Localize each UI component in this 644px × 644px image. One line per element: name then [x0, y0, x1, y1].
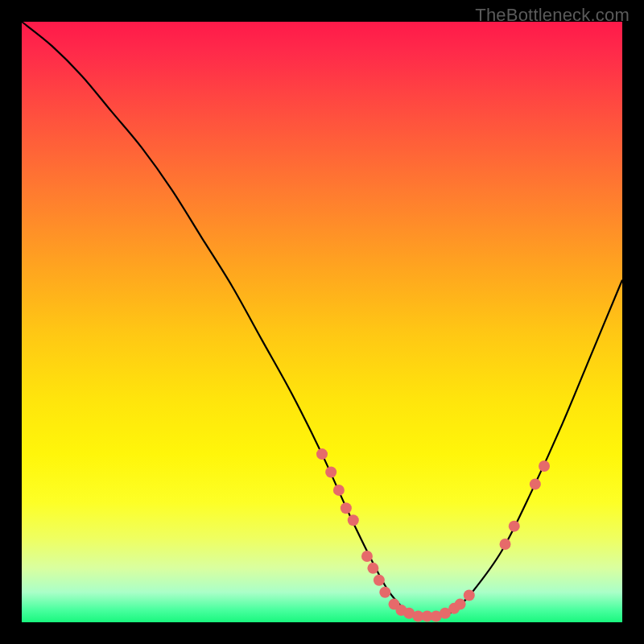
curve-marker [379, 587, 390, 598]
curve-marker [348, 514, 359, 526]
chart-plot-area [22, 22, 622, 622]
curve-marker [530, 478, 541, 489]
watermark-text: TheBottleneck.com [475, 5, 630, 26]
curve-marker [361, 551, 373, 562]
curve-marker [455, 599, 466, 610]
curve-marker [539, 460, 550, 472]
curve-marker [374, 575, 385, 586]
curve-marker [333, 485, 345, 496]
chart-svg [22, 22, 622, 622]
curve-marker [325, 467, 336, 478]
curve-marker [341, 502, 352, 514]
curve-marker [509, 521, 520, 532]
curve-markers [316, 448, 550, 621]
curve-marker [500, 539, 511, 550]
curve-marker [367, 563, 378, 574]
bottleneck-curve [22, 22, 622, 617]
curve-marker [316, 448, 328, 460]
curve-marker [464, 589, 475, 601]
